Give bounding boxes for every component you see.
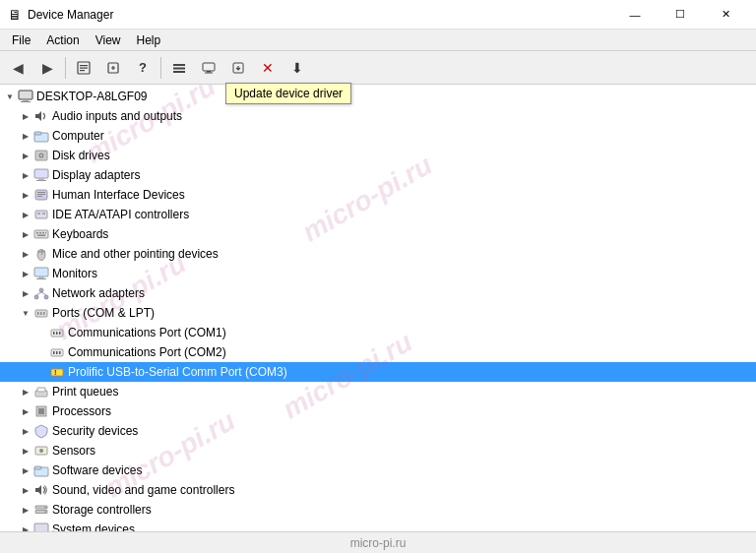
hid-label: Human Interface Devices [52,188,185,202]
svg-rect-70 [34,466,41,469]
processor-icon [33,403,49,419]
expand-software-icon: ▶ [18,462,33,478]
title-bar: 🖥 Device Manager — ☐ ✕ [0,0,756,30]
tree-node-computer[interactable]: ▶ Computer [0,126,756,146]
svg-rect-3 [80,70,85,71]
expand-mice-icon: ▶ [18,246,33,262]
uninstall-button[interactable]: ✕ [254,54,282,82]
tree-node-hid[interactable]: ▶ Human Interface Devices [0,185,756,205]
sound-label: Sound, video and game controllers [52,483,234,497]
svg-rect-33 [42,232,44,234]
status-bar: micro-pi.ru [0,531,756,553]
scan-hardware-button[interactable]: ⬇ [284,54,311,82]
main-content[interactable]: micro-pi.ru micro-pi.ru micro-pi.ru micr… [0,85,756,531]
properties-button[interactable] [70,54,97,82]
svg-rect-26 [37,196,42,197]
svg-rect-63 [37,388,45,392]
device-tree: ▼ DESKTOP-A8LGF09 ▶ Audio inputs and out… [0,85,756,531]
tree-node-root[interactable]: ▼ DESKTOP-A8LGF09 [0,87,756,106]
computer-button[interactable] [195,54,222,82]
svg-rect-50 [40,312,42,315]
tree-node-security[interactable]: ▶ Security devices [0,421,756,441]
maximize-button[interactable]: ☐ [658,0,703,30]
expand-security-icon: ▶ [18,423,33,439]
tree-node-sensors[interactable]: ▶ Sensors [0,441,756,461]
svg-rect-34 [45,232,46,234]
forward-button[interactable]: ▶ [33,54,61,82]
svg-point-43 [39,288,43,292]
menu-help[interactable]: Help [129,31,169,49]
svg-rect-25 [37,194,45,195]
svg-rect-27 [35,211,47,218]
expand-ide-icon: ▶ [18,207,33,222]
status-text: micro-pi.ru [350,536,407,550]
svg-rect-54 [56,332,58,335]
tree-node-disk[interactable]: ▶ Disk drives [0,146,756,165]
tree-node-com1[interactable]: Communications Port (COM1) [0,323,756,342]
svg-point-73 [44,507,46,509]
svg-rect-38 [38,251,41,253]
processors-label: Processors [52,404,111,418]
tree-node-software[interactable]: ▶ Software devices [0,461,756,480]
ports-label: Ports (COM & LPT) [52,306,155,320]
svg-rect-5 [173,64,185,66]
computer-label: Computer [52,129,104,143]
svg-rect-32 [39,232,41,234]
close-button[interactable]: ✕ [703,0,748,30]
expand-keyboards-icon: ▶ [18,226,33,242]
tree-node-network[interactable]: ▶ Network adapters [0,283,756,303]
com1-label: Communications Port (COM1) [68,326,226,339]
svg-rect-60 [51,369,63,376]
tree-node-ide[interactable]: ▶ IDE ATA/ATAPI controllers [0,205,756,224]
svg-point-68 [39,449,43,453]
keyboards-label: Keyboards [52,227,108,241]
svg-rect-40 [34,268,48,276]
svg-rect-49 [37,312,39,315]
tree-node-monitors[interactable]: ▶ Monitors [0,264,756,283]
tree-node-print[interactable]: ▶ Print queues [0,382,756,401]
update-driver-button[interactable]: Update device driver [224,54,252,82]
tree-node-sound[interactable]: ▶ Sound, video and game controllers [0,480,756,500]
tree-node-processors[interactable]: ▶ Processors [0,401,756,421]
expand-audio-icon: ▶ [18,108,33,124]
tree-node-system[interactable]: ▶ System devices [0,520,756,531]
expand-root-icon: ▼ [2,89,18,104]
tree-node-mice[interactable]: ▶ Mice and other pointing devices [0,244,756,264]
storage-label: Storage controllers [52,503,152,517]
software-icon [33,462,49,478]
svg-rect-66 [38,408,44,414]
tree-node-keyboards[interactable]: ▶ Keyboards [0,224,756,244]
minimize-button[interactable]: — [612,0,658,30]
display-label: Display adapters [52,168,140,182]
tree-node-ports[interactable]: ▼ Ports (COM & LPT) [0,303,756,323]
mouse-icon [33,246,49,262]
svg-rect-53 [53,332,55,335]
svg-text:!: ! [54,368,57,377]
back-button[interactable]: ◀ [4,54,32,82]
menu-file[interactable]: File [4,31,38,49]
tree-node-audio[interactable]: ▶ Audio inputs and outputs [0,106,756,126]
com3-label: Prolific USB-to-Serial Comm Port (COM3) [68,365,287,379]
expand-sensors-icon: ▶ [18,443,33,459]
help-button[interactable]: ? [129,54,157,82]
menu-action[interactable]: Action [38,31,87,49]
tree-node-com2[interactable]: Communications Port (COM2) [0,342,756,362]
view-button[interactable] [165,54,193,82]
svg-rect-75 [34,523,48,531]
window-controls: — ☐ ✕ [612,0,748,30]
tree-node-com3[interactable]: ! Prolific USB-to-Serial Comm Port (COM3… [0,362,756,382]
svg-rect-29 [42,213,45,215]
print-icon [33,384,49,399]
svg-point-74 [44,511,46,513]
expand-print-icon: ▶ [18,384,33,399]
menu-view[interactable]: View [88,31,129,49]
tree-node-display[interactable]: ▶ Display adapters [0,165,756,185]
monitors-label: Monitors [52,267,97,280]
monitor-icon [33,266,49,281]
keyboard-icon [33,226,49,242]
scan-button[interactable] [99,54,127,82]
print-label: Print queues [52,385,118,399]
audio-label: Audio inputs and outputs [52,109,182,123]
tree-node-storage[interactable]: ▶ Storage controllers [0,500,756,520]
audio-icon [33,108,49,124]
